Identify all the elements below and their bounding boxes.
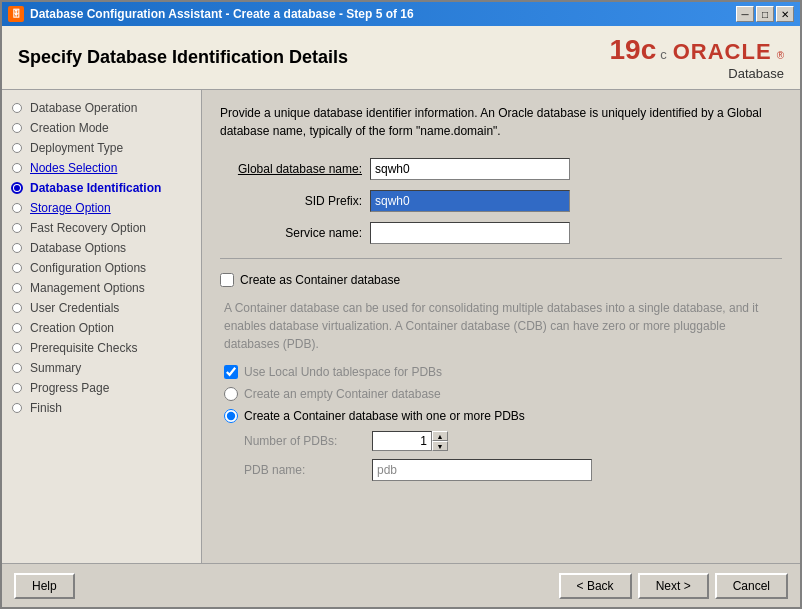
title-bar: 🗄 Database Configuration Assistant - Cre… [2,2,800,26]
service-name-label: Service name: [220,226,370,240]
use-local-undo-label[interactable]: Use Local Undo tablespace for PDBs [244,365,442,379]
sidebar-item-database-operation: Database Operation [2,98,201,118]
sidebar-label-user-credentials: User Credentials [30,301,119,315]
sidebar-icon-database-identification [10,181,24,195]
sidebar-item-management-options: Management Options [2,278,201,298]
container-with-pdb-radio[interactable] [224,409,238,423]
main-content: Database OperationCreation ModeDeploymen… [2,90,800,563]
container-checkbox-row: Create as Container database [220,273,782,287]
footer: Help < Back Next > Cancel [2,563,800,607]
use-local-undo-row: Use Local Undo tablespace for PDBs [220,365,782,379]
sidebar-label-database-operation: Database Operation [30,101,137,115]
sidebar-label-database-options: Database Options [30,241,126,255]
container-with-pdb-label[interactable]: Create a Container database with one or … [244,409,525,423]
sidebar-item-database-identification[interactable]: Database Identification [2,178,201,198]
next-button[interactable]: Next > [638,573,709,599]
sid-prefix-input[interactable] [370,190,570,212]
sidebar-icon-creation-option [10,321,24,335]
sidebar-label-creation-option: Creation Option [30,321,114,335]
sidebar-icon-finish [10,401,24,415]
global-db-name-label: Global database name: [220,162,370,176]
sidebar-label-progress-page: Progress Page [30,381,109,395]
description-text: Provide a unique database identifier inf… [220,104,782,140]
empty-container-label[interactable]: Create an empty Container database [244,387,441,401]
window-title: Database Configuration Assistant - Creat… [30,7,414,21]
footer-right: < Back Next > Cancel [559,573,788,599]
sidebar-item-creation-mode: Creation Mode [2,118,201,138]
num-pdbs-row: Number of PDBs: ▲ ▼ [220,431,782,451]
main-window: 🗄 Database Configuration Assistant - Cre… [0,0,802,609]
sidebar-label-finish: Finish [30,401,62,415]
sidebar-item-deployment-type: Deployment Type [2,138,201,158]
pdb-name-row: PDB name: [220,459,782,481]
service-name-input[interactable] [370,222,570,244]
sidebar-icon-fast-recovery-option [10,221,24,235]
sidebar-item-creation-option: Creation Option [2,318,201,338]
sidebar-icon-user-credentials [10,301,24,315]
sidebar-item-fast-recovery-option: Fast Recovery Option [2,218,201,238]
sidebar-icon-nodes-selection [10,161,24,175]
maximize-button[interactable]: □ [756,6,774,22]
sid-prefix-label: SID Prefix: [220,194,370,208]
empty-container-radio[interactable] [224,387,238,401]
sidebar-label-nodes-selection: Nodes Selection [30,161,117,175]
sidebar-item-storage-option[interactable]: Storage Option [2,198,201,218]
sidebar-icon-deployment-type [10,141,24,155]
sidebar-label-summary: Summary [30,361,81,375]
container-checkbox-label[interactable]: Create as Container database [240,273,400,287]
container-description: A Container database can be used for con… [220,299,782,353]
pdb-name-label: PDB name: [244,463,364,477]
global-db-name-input[interactable] [370,158,570,180]
oracle-logo-top: 19c c ORACLE ® [610,34,784,66]
num-pdbs-input[interactable] [372,431,432,451]
sidebar-icon-database-options [10,241,24,255]
service-name-row: Service name: [220,222,782,244]
pdb-decrement-button[interactable]: ▼ [432,441,448,451]
sidebar-item-nodes-selection[interactable]: Nodes Selection [2,158,201,178]
sidebar-icon-progress-page [10,381,24,395]
sidebar-icon-management-options [10,281,24,295]
help-button[interactable]: Help [14,573,75,599]
sidebar-label-prerequisite-checks: Prerequisite Checks [30,341,137,355]
sidebar-icon-storage-option [10,201,24,215]
sidebar-label-deployment-type: Deployment Type [30,141,123,155]
oracle-registered: ® [777,50,784,61]
back-button[interactable]: < Back [559,573,632,599]
sidebar-icon-database-operation [10,101,24,115]
sidebar-icon-configuration-options [10,261,24,275]
app-icon: 🗄 [8,6,24,22]
sidebar-label-fast-recovery-option: Fast Recovery Option [30,221,146,235]
close-button[interactable]: ✕ [776,6,794,22]
oracle-version: 19c [610,34,657,66]
pdb-name-input[interactable] [372,459,592,481]
window-controls: ─ □ ✕ [736,6,794,22]
content-panel: Provide a unique database identifier inf… [202,90,800,563]
oracle-c-label: c [660,47,667,62]
num-pdbs-label: Number of PDBs: [244,434,364,448]
oracle-brand: ORACLE [673,39,772,65]
sidebar-label-database-identification: Database Identification [30,181,161,195]
container-checkbox[interactable] [220,273,234,287]
sidebar-item-user-credentials: User Credentials [2,298,201,318]
separator [220,258,782,259]
oracle-product: Database [728,66,784,81]
sidebar-item-finish: Finish [2,398,201,418]
sid-prefix-row: SID Prefix: [220,190,782,212]
sidebar-label-storage-option: Storage Option [30,201,111,215]
sidebar-item-summary: Summary [2,358,201,378]
pdb-spinner: ▲ ▼ [372,431,448,451]
pdb-spinner-buttons: ▲ ▼ [432,431,448,451]
title-bar-left: 🗄 Database Configuration Assistant - Cre… [8,6,414,22]
sidebar-icon-prerequisite-checks [10,341,24,355]
minimize-button[interactable]: ─ [736,6,754,22]
pdb-increment-button[interactable]: ▲ [432,431,448,441]
sidebar-item-progress-page: Progress Page [2,378,201,398]
cancel-button[interactable]: Cancel [715,573,788,599]
sidebar-label-management-options: Management Options [30,281,145,295]
global-db-name-row: Global database name: [220,158,782,180]
oracle-logo: 19c c ORACLE ® Database [610,34,784,81]
page-title: Specify Database Identification Details [18,47,348,68]
header: Specify Database Identification Details … [2,26,800,90]
sidebar-icon-creation-mode [10,121,24,135]
use-local-undo-checkbox[interactable] [224,365,238,379]
